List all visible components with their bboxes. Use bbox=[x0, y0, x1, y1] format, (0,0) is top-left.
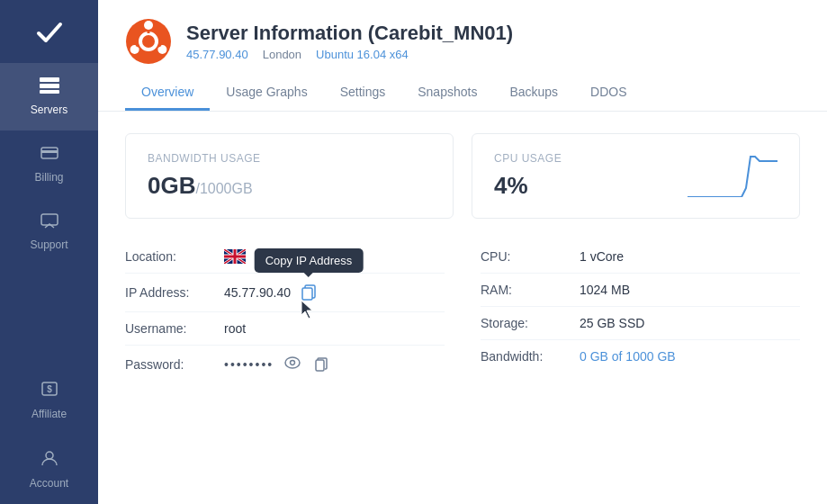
ram-value: 1024 MB bbox=[580, 283, 630, 297]
cpu-spec-label: CPU: bbox=[481, 249, 580, 264]
sidebar-item-label: Billing bbox=[34, 171, 63, 184]
bandwidth-label: Bandwidth Usage bbox=[148, 152, 431, 165]
storage-row: Storage: 25 GB SSD bbox=[481, 307, 800, 340]
svg-line-15 bbox=[136, 45, 139, 47]
ubuntu-logo bbox=[125, 18, 172, 65]
sidebar-item-servers[interactable]: Servers bbox=[0, 63, 98, 130]
server-title: Server Information (Carebit_MN01) bbox=[186, 22, 513, 45]
ip-label: IP Address: bbox=[125, 285, 224, 300]
account-icon bbox=[40, 449, 58, 472]
sidebar-item-label: Servers bbox=[31, 104, 67, 116]
svg-rect-4 bbox=[41, 150, 58, 153]
location-row: Location: bbox=[125, 240, 445, 274]
ram-label: RAM: bbox=[481, 283, 580, 297]
server-title-info: Server Information (Carebit_MN01) 45.77.… bbox=[186, 22, 513, 61]
svg-rect-1 bbox=[40, 84, 59, 88]
copy-ip-container: Copy IP Address bbox=[298, 283, 319, 302]
ip-row: IP Address: 45.77.90.40 Copy IP Address bbox=[125, 274, 445, 312]
show-password-button[interactable] bbox=[281, 355, 304, 374]
eye-icon bbox=[284, 356, 301, 369]
svg-point-21 bbox=[291, 361, 295, 365]
uk-flag-icon bbox=[224, 249, 246, 264]
svg-rect-0 bbox=[40, 77, 59, 82]
cpu-value: 4% bbox=[494, 172, 562, 200]
tab-settings[interactable]: Settings bbox=[324, 76, 402, 111]
cpu-card: CPU Usage 4% bbox=[472, 133, 800, 219]
sidebar-item-label: Account bbox=[30, 477, 68, 490]
password-label: Password: bbox=[125, 357, 224, 372]
sidebar-item-account[interactable]: Account bbox=[0, 435, 98, 504]
server-ip: 45.77.90.40 bbox=[186, 48, 248, 61]
copy-password-icon bbox=[315, 357, 328, 372]
password-row: Password: •••••••• bbox=[125, 346, 445, 382]
tab-usage-graphs[interactable]: Usage Graphs bbox=[210, 76, 323, 111]
bandwidth-value: 0GB/1000GB bbox=[148, 172, 431, 200]
server-location: London bbox=[263, 48, 301, 61]
cards-row: Bandwidth Usage 0GB/1000GB CPU Usage 4% bbox=[125, 133, 800, 219]
server-info-right: CPU: 1 vCore RAM: 1024 MB Storage: 25 GB… bbox=[481, 240, 800, 382]
storage-value: 25 GB SSD bbox=[580, 316, 644, 330]
sidebar: Servers Billing Support $ Affiliate bbox=[0, 0, 98, 504]
ram-row: RAM: 1024 MB bbox=[481, 274, 800, 307]
info-section: Location: IP Address: bbox=[125, 240, 800, 382]
svg-rect-22 bbox=[316, 360, 324, 371]
page-header: Server Information (Carebit_MN01) 45.77.… bbox=[98, 0, 827, 112]
support-icon bbox=[40, 212, 58, 233]
server-meta: 45.77.90.40 London Ubuntu 16.04 x64 bbox=[186, 48, 513, 61]
ip-value: 45.77.90.40 Copy IP Address bbox=[224, 283, 319, 302]
password-dots: •••••••• bbox=[224, 357, 274, 372]
tab-snapshots[interactable]: Snapshots bbox=[401, 76, 493, 111]
content-area: Bandwidth Usage 0GB/1000GB CPU Usage 4% bbox=[98, 112, 827, 504]
affiliate-icon: $ bbox=[40, 380, 58, 402]
bandwidth-used: 0GB bbox=[148, 172, 195, 199]
svg-text:$: $ bbox=[47, 384, 52, 394]
cursor-icon bbox=[300, 299, 318, 320]
cpu-spec-row: CPU: 1 vCore bbox=[481, 240, 800, 274]
sidebar-item-billing[interactable]: Billing bbox=[0, 130, 98, 198]
svg-line-16 bbox=[158, 45, 161, 47]
servers-icon bbox=[40, 77, 59, 98]
username-row: Username: root bbox=[125, 312, 445, 346]
tab-backups[interactable]: Backups bbox=[493, 76, 574, 111]
cpu-chart bbox=[688, 152, 778, 197]
cpu-label: CPU Usage bbox=[494, 152, 562, 165]
sidebar-item-label: Affiliate bbox=[31, 408, 67, 420]
svg-rect-2 bbox=[40, 90, 59, 94]
svg-point-11 bbox=[144, 21, 153, 30]
sidebar-item-affiliate[interactable]: $ Affiliate bbox=[0, 365, 98, 435]
location-value bbox=[224, 249, 246, 264]
tabs: Overview Usage Graphs Settings Snapshots… bbox=[125, 76, 800, 111]
tab-overview[interactable]: Overview bbox=[125, 76, 210, 111]
location-label: Location: bbox=[125, 249, 224, 264]
bandwidth-card: Bandwidth Usage 0GB/1000GB bbox=[125, 133, 454, 219]
bandwidth-spec-row: Bandwidth: 0 GB of 1000 GB bbox=[481, 340, 800, 373]
server-info-left: Location: IP Address: bbox=[125, 240, 445, 382]
svg-marker-19 bbox=[301, 301, 312, 319]
server-os: Ubuntu 16.04 x64 bbox=[316, 48, 409, 61]
storage-label: Storage: bbox=[481, 316, 580, 330]
svg-point-8 bbox=[46, 452, 53, 459]
server-title-row: Server Information (Carebit_MN01) 45.77.… bbox=[125, 18, 800, 65]
username-label: Username: bbox=[125, 321, 224, 336]
svg-point-20 bbox=[285, 357, 300, 368]
sidebar-item-label: Support bbox=[30, 238, 67, 251]
main-content: Server Information (Carebit_MN01) 45.77.… bbox=[98, 0, 827, 504]
password-value: •••••••• bbox=[224, 355, 331, 374]
bandwidth-total: /1000GB bbox=[195, 181, 252, 196]
bandwidth-spec-label: Bandwidth: bbox=[481, 349, 580, 364]
cpu-spec-value: 1 vCore bbox=[580, 249, 624, 264]
copy-password-button[interactable] bbox=[311, 356, 331, 374]
sidebar-item-support[interactable]: Support bbox=[0, 198, 98, 266]
tab-ddos[interactable]: DDOS bbox=[574, 76, 643, 111]
username-value: root bbox=[224, 321, 246, 336]
bandwidth-spec-value: 0 GB of 1000 GB bbox=[580, 349, 676, 364]
sidebar-logo bbox=[27, 9, 72, 54]
billing-icon bbox=[40, 145, 58, 166]
